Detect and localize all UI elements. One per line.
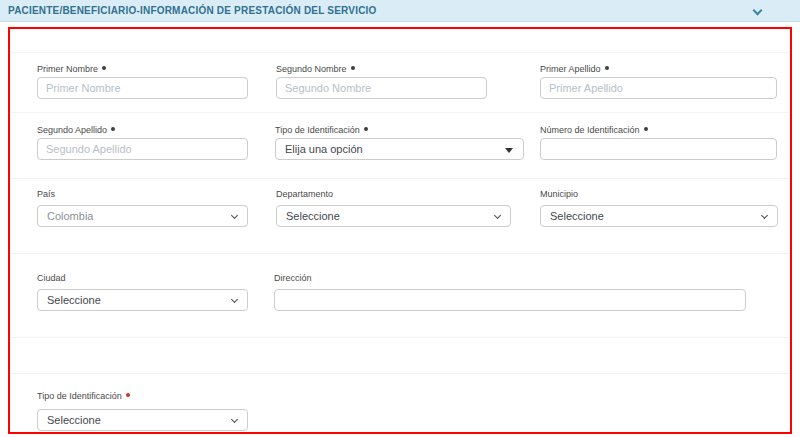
patient-form-panel: Primer Nombre Segundo Nombre Primer Apel…: [8, 27, 792, 434]
numero-identificacion-input[interactable]: [540, 138, 777, 160]
segundo-apellido-input[interactable]: [37, 138, 248, 160]
section-header[interactable]: PACIENTE/BENEFICIARIO-INFORMACIÓN DE PRE…: [0, 0, 800, 22]
segundo-apellido-label: Segundo Apellido: [37, 125, 248, 135]
required-marker: [126, 393, 130, 397]
primer-apellido-label: Primer Apellido: [540, 64, 777, 74]
chevron-down-icon: [495, 213, 501, 219]
select-value: Seleccione: [47, 290, 101, 310]
ciudad-label: Ciudad: [37, 273, 248, 283]
field-primer-nombre: Primer Nombre: [37, 64, 248, 74]
primer-apellido-input[interactable]: [540, 77, 777, 99]
required-marker: [111, 127, 115, 131]
row-divider: [11, 337, 789, 338]
departamento-label: Departamento: [276, 189, 511, 199]
select-value: Colombia: [47, 206, 93, 226]
ciudad-select[interactable]: Seleccione: [37, 289, 248, 311]
municipio-label: Municipio: [540, 189, 778, 199]
field-municipio: Municipio Seleccione: [540, 189, 778, 199]
pais-label: País: [37, 189, 248, 199]
field-segundo-apellido: Segundo Apellido: [37, 125, 248, 135]
row-divider: [11, 112, 789, 113]
select-value: Seleccione: [286, 206, 340, 226]
select-value: Seleccione: [47, 410, 101, 430]
row-divider: [11, 178, 789, 179]
field-pais: País Colombia: [37, 189, 248, 199]
numero-identificacion-label: Número de Identificación: [540, 125, 777, 135]
chevron-down-icon: [232, 297, 238, 303]
municipio-select[interactable]: Seleccione: [540, 205, 778, 227]
row-divider: [11, 253, 789, 254]
select-value: Seleccione: [550, 206, 604, 226]
tipo-identificacion-2-label: Tipo de Identificación: [37, 391, 248, 401]
field-direccion: Dirección: [274, 273, 746, 283]
dropdown-arrow-icon: [505, 148, 513, 153]
required-marker: [364, 127, 368, 131]
field-departamento: Departamento Seleccione: [276, 189, 511, 199]
required-marker: [644, 127, 648, 131]
field-tipo-identificacion-2: Tipo de Identificación Seleccione: [37, 391, 248, 401]
departamento-select[interactable]: Seleccione: [276, 205, 511, 227]
field-numero-identificacion: Número de Identificación: [540, 125, 777, 135]
required-marker: [351, 66, 355, 70]
required-marker: [102, 66, 106, 70]
required-marker: [605, 66, 609, 70]
chevron-down-icon: [232, 417, 238, 423]
tipo-identificacion-label: Tipo de Identificación: [275, 125, 524, 135]
chevron-down-icon: [762, 213, 768, 219]
dropdown-value: Elija una opción: [285, 139, 363, 159]
field-ciudad: Ciudad Seleccione: [37, 273, 248, 283]
field-tipo-identificacion: Tipo de Identificación Elija una opción: [275, 125, 524, 135]
segundo-nombre-input[interactable]: [276, 77, 487, 99]
field-segundo-nombre: Segundo Nombre: [276, 64, 487, 74]
direccion-label: Dirección: [274, 273, 746, 283]
primer-nombre-input[interactable]: [37, 77, 248, 99]
row-divider: [11, 52, 789, 53]
tipo-identificacion-2-select[interactable]: Seleccione: [37, 409, 248, 431]
field-primer-apellido: Primer Apellido: [540, 64, 777, 74]
tipo-identificacion-dropdown[interactable]: Elija una opción: [275, 138, 524, 160]
chevron-down-icon: [232, 213, 238, 219]
pais-select[interactable]: Colombia: [37, 205, 248, 227]
section-title: PACIENTE/BENEFICIARIO-INFORMACIÓN DE PRE…: [8, 0, 377, 21]
chevron-down-icon[interactable]: [754, 7, 762, 15]
primer-nombre-label: Primer Nombre: [37, 64, 248, 74]
segundo-nombre-label: Segundo Nombre: [276, 64, 487, 74]
row-divider: [11, 373, 789, 374]
direccion-input[interactable]: [274, 289, 746, 311]
